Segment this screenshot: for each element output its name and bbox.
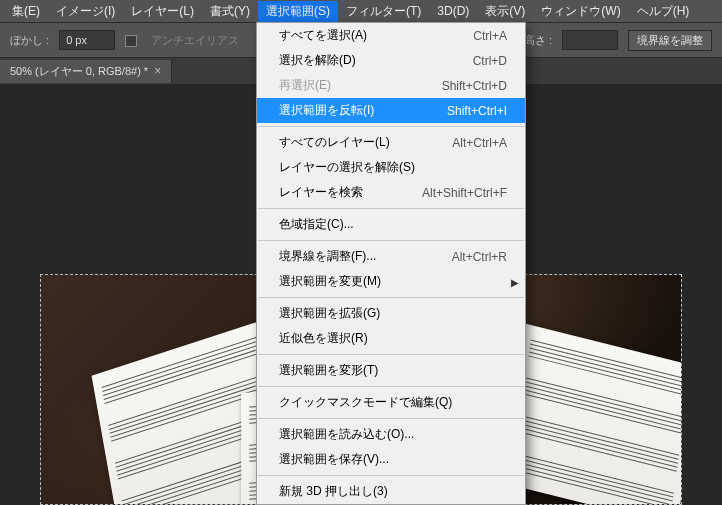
chevron-right-icon: ▶ [511,276,519,287]
menu-item-label: 選択範囲を反転(I) [279,102,374,119]
menu-item[interactable]: 選択範囲を拡張(G) [257,301,525,326]
menu-item-label: 選択範囲を変更(M) [279,273,381,290]
menu-item[interactable]: 近似色を選択(R) [257,326,525,351]
menu-item[interactable]: 選択範囲を保存(V)... [257,447,525,472]
menu-item[interactable]: レイヤーを検索Alt+Shift+Ctrl+F [257,180,525,205]
menu-separator [258,475,524,476]
menu-item-shortcut: Ctrl+D [473,54,507,68]
menu-separator [258,208,524,209]
menu-item[interactable]: 選択範囲を反転(I)Shift+Ctrl+I [257,98,525,123]
menu-separator [258,297,524,298]
antialias-label: アンチエイリアス [151,33,239,48]
select-menu-dropdown[interactable]: すべてを選択(A)Ctrl+A選択を解除(D)Ctrl+D再選択(E)Shift… [256,22,526,505]
menu-item-shortcut: Ctrl+A [473,29,507,43]
menu-item[interactable]: クイックマスクモードで編集(Q) [257,390,525,415]
menu-item[interactable]: 新規 3D 押し出し(3) [257,479,525,504]
menu-help[interactable]: ヘルプ(H) [629,1,698,22]
menu-item[interactable]: 選択範囲を変更(M)▶ [257,269,525,294]
menu-item-label: 新規 3D 押し出し(3) [279,483,388,500]
menu-layer[interactable]: レイヤー(L) [123,1,202,22]
menu-view[interactable]: 表示(V) [477,1,533,22]
menu-item[interactable]: 境界線を調整(F)...Alt+Ctrl+R [257,244,525,269]
menu-item-shortcut: Alt+Shift+Ctrl+F [422,186,507,200]
menu-filter[interactable]: フィルター(T) [338,1,429,22]
menu-item-shortcut: Alt+Ctrl+A [452,136,507,150]
menu-item[interactable]: すべてのレイヤー(L)Alt+Ctrl+A [257,130,525,155]
height-input[interactable] [562,30,618,50]
menu-bar: 集(E) イメージ(I) レイヤー(L) 書式(Y) 選択範囲(S) フィルター… [0,0,722,22]
menu-item-label: 選択範囲を読み込む(O)... [279,426,414,443]
menu-item-label: 色域指定(C)... [279,216,354,233]
menu-item-label: 選択範囲を保存(V)... [279,451,389,468]
menu-separator [258,126,524,127]
refine-edge-button[interactable]: 境界線を調整 [628,30,712,51]
menu-type[interactable]: 書式(Y) [202,1,258,22]
menu-item-shortcut: Shift+Ctrl+I [447,104,507,118]
menu-window[interactable]: ウィンドウ(W) [533,1,628,22]
menu-item-label: クイックマスクモードで編集(Q) [279,394,452,411]
menu-item-label: すべてのレイヤー(L) [279,134,390,151]
document-tab[interactable]: 50% (レイヤー 0, RGB/8#) * × [0,60,172,83]
menu-item-label: すべてを選択(A) [279,27,367,44]
menu-image[interactable]: イメージ(I) [48,1,123,22]
menu-item[interactable]: 選択範囲を読み込む(O)... [257,422,525,447]
menu-item-label: 再選択(E) [279,77,331,94]
menu-item-shortcut: Shift+Ctrl+D [442,79,507,93]
menu-separator [258,240,524,241]
menu-separator [258,354,524,355]
menu-item-label: 選択範囲を変形(T) [279,362,378,379]
menu-3d[interactable]: 3D(D) [429,2,477,20]
antialias-checkbox[interactable] [125,33,141,46]
height-label: 高さ : [524,33,552,48]
menu-item[interactable]: 選択を解除(D)Ctrl+D [257,48,525,73]
menu-item[interactable]: 色域指定(C)... [257,212,525,237]
menu-edit[interactable]: 集(E) [4,1,48,22]
menu-item: 再選択(E)Shift+Ctrl+D [257,73,525,98]
menu-item-label: 選択範囲を拡張(G) [279,305,380,322]
menu-item-label: 近似色を選択(R) [279,330,368,347]
menu-item[interactable]: すべてを選択(A)Ctrl+A [257,23,525,48]
menu-item-shortcut: Alt+Ctrl+R [452,250,507,264]
menu-item-label: 選択を解除(D) [279,52,356,69]
menu-separator [258,418,524,419]
menu-item-label: レイヤーを検索 [279,184,363,201]
blur-input[interactable] [59,30,115,50]
menu-item-label: レイヤーの選択を解除(S) [279,159,415,176]
blur-label: ぼかし : [10,33,49,48]
menu-separator [258,386,524,387]
menu-item[interactable]: レイヤーの選択を解除(S) [257,155,525,180]
close-icon[interactable]: × [154,64,161,78]
document-tab-label: 50% (レイヤー 0, RGB/8#) * [10,64,148,79]
menu-select[interactable]: 選択範囲(S) [258,1,338,22]
menu-item-label: 境界線を調整(F)... [279,248,376,265]
menu-item[interactable]: 選択範囲を変形(T) [257,358,525,383]
